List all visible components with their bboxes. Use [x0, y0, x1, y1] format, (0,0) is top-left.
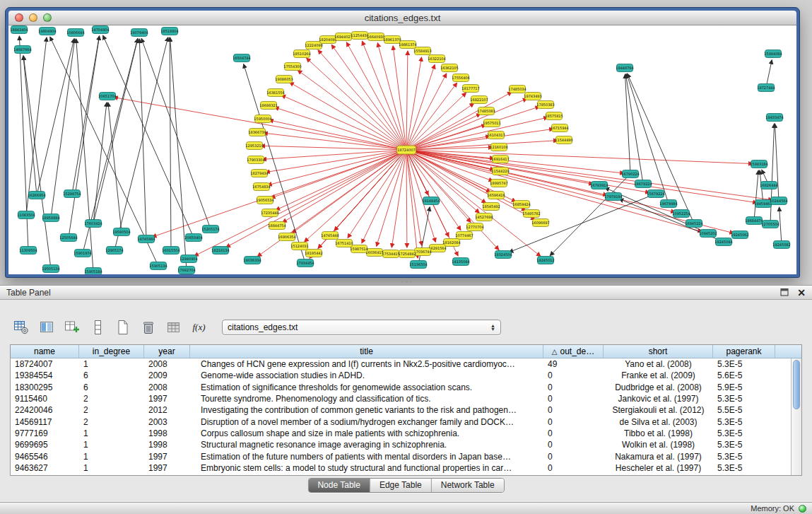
graph-node[interactable]: 19245062: [731, 231, 748, 239]
citation-edge-red[interactable]: [268, 150, 406, 185]
graph-node[interactable]: 15905184: [84, 268, 102, 275]
graph-node[interactable]: 12905174: [105, 247, 123, 255]
graph-node[interactable]: 17603424: [84, 220, 102, 228]
graph-node[interactable]: 20650404: [184, 234, 202, 242]
table-cell[interactable]: 2: [79, 405, 144, 415]
table-cell[interactable]: 18724007: [11, 359, 79, 369]
vertical-scrollbar[interactable]: [791, 358, 801, 475]
table-cell[interactable]: 1997: [144, 394, 190, 404]
graph-node[interactable]: 15950004: [254, 115, 271, 123]
table-row[interactable]: 969969511998Structural magnetic resonanc…: [11, 439, 791, 450]
table-cell[interactable]: Stergiakouli et al. (2012): [604, 405, 713, 415]
graph-node[interactable]: 16266954: [28, 192, 45, 199]
graph-node[interactable]: 16362105: [440, 64, 458, 72]
graph-node[interactable]: 19056534: [256, 197, 273, 204]
graph-node[interactable]: 19590504: [112, 228, 130, 236]
graph-node[interactable]: 19448794: [616, 64, 633, 72]
table-row[interactable]: 1830029562008Estimation of significance …: [11, 382, 791, 393]
table-cell[interactable]: 2009: [144, 370, 190, 380]
citation-edge-black[interactable]: [93, 103, 107, 223]
table-cell[interactable]: 9699695: [11, 440, 79, 450]
graph-node[interactable]: 16381556: [266, 89, 284, 97]
citation-edge-black[interactable]: [139, 39, 146, 239]
table-row[interactable]: 1456911722003Disruption of a novel membe…: [11, 416, 791, 427]
graph-node[interactable]: 16826444: [760, 182, 777, 189]
table-row[interactable]: 911546021997Tourette syndrome. Phenomeno…: [11, 393, 791, 404]
graph-node[interactable]: 19324504: [494, 251, 512, 259]
citation-edge-red[interactable]: [226, 150, 406, 247]
table-cell[interactable]: 1997: [144, 463, 190, 473]
graph-node[interactable]: 15905134: [149, 262, 167, 270]
graph-node[interactable]: 19086053: [275, 76, 293, 83]
graph-node[interactable]: 16504744: [233, 54, 250, 62]
table-mode-icon[interactable]: [11, 318, 30, 337]
graph-node[interactable]: 17036744: [413, 248, 431, 256]
graph-node[interactable]: 17934454: [296, 259, 314, 267]
graph-node[interactable]: 14687664: [13, 46, 31, 54]
graph-node[interactable]: 19245082: [772, 241, 790, 249]
graph-node[interactable]: 19743493: [524, 93, 541, 100]
graph-node[interactable]: 16715944: [551, 124, 568, 132]
citation-edge-red[interactable]: [261, 146, 406, 150]
citation-edge-red[interactable]: [406, 51, 408, 150]
column-header-out_de[interactable]: △out_de…: [543, 345, 604, 358]
graph-node[interactable]: 16916417: [491, 156, 509, 163]
citation-edge-red[interactable]: [406, 150, 649, 192]
citation-edge-black[interactable]: [170, 37, 171, 250]
graph-node[interactable]: 19575011: [483, 119, 500, 127]
minimize-window-button[interactable]: [29, 13, 37, 22]
graph-node[interactable]: 18958884: [42, 214, 59, 222]
citation-edge-black[interactable]: [37, 39, 74, 195]
graph-node[interactable]: 19505134: [42, 265, 59, 273]
graph-node[interactable]: 19433474: [765, 114, 783, 122]
table-cell[interactable]: 14569117: [11, 417, 79, 427]
table-cell[interactable]: 5.3E-5: [713, 440, 775, 450]
window-titlebar[interactable]: citations_edges.txt: [8, 11, 796, 25]
graph-node[interactable]: 19679984: [659, 200, 677, 208]
tab-edge-table[interactable]: Edge Table: [370, 479, 432, 492]
graph-node[interactable]: 18279434: [250, 170, 268, 177]
graph-node[interactable]: 10952254: [672, 210, 690, 218]
graph-node[interactable]: 16096697: [531, 219, 549, 227]
table-cell[interactable]: 18300295: [11, 382, 79, 392]
citation-edge-red[interactable]: [406, 103, 474, 150]
citation-edge-red[interactable]: [406, 150, 499, 250]
graph-node[interactable]: 19727444: [757, 84, 775, 92]
graph-node[interactable]: 15987514: [350, 245, 367, 253]
citation-edge-black[interactable]: [103, 35, 194, 238]
graph-node[interactable]: 14527698: [475, 214, 493, 221]
table-cell[interactable]: 5.3E-5: [713, 359, 775, 369]
graph-node[interactable]: 18218134: [211, 247, 229, 255]
graph-node[interactable]: 18204098: [319, 36, 336, 44]
graph-node[interactable]: 18698321: [259, 102, 277, 110]
column-header-in_degree[interactable]: in_degree: [79, 345, 144, 358]
graph-node[interactable]: 17485034: [508, 86, 526, 93]
graph-node[interactable]: 11544229: [491, 168, 509, 175]
graph-node[interactable]: 17235448: [261, 209, 278, 217]
graph-node[interactable]: 15205174: [201, 226, 219, 233]
graph-node[interactable]: 10774467: [455, 232, 473, 240]
graph-node[interactable]: 15124031: [290, 243, 308, 250]
citation-edge-red[interactable]: [262, 150, 406, 159]
graph-node[interactable]: 18575815: [545, 112, 563, 120]
table-row[interactable]: 1872400712008Changes of HCN gene express…: [11, 358, 791, 370]
table-row[interactable]: 977716911998Corpus callosum shape and si…: [11, 428, 791, 439]
edit-columns-icon[interactable]: [62, 318, 81, 337]
graph-node[interactable]: 20651704: [98, 93, 116, 100]
citation-edge-red[interactable]: [406, 150, 535, 220]
graph-node[interactable]: 11254438: [351, 32, 368, 40]
column-header-year[interactable]: year: [144, 345, 190, 358]
scrollbar-thumb[interactable]: [793, 360, 800, 409]
table-row[interactable]: 946554611997Estimation of the future num…: [11, 450, 791, 462]
graph-node[interactable]: 16945224: [685, 220, 702, 228]
graph-node[interactable]: 10806644: [66, 29, 84, 37]
graph-node[interactable]: 19036334: [243, 257, 261, 264]
table-cell[interactable]: 6: [79, 382, 144, 392]
table-cell[interactable]: 0: [543, 370, 604, 380]
table-cell[interactable]: Tibbo et al. (1998): [604, 428, 713, 438]
citation-edge-red[interactable]: [310, 150, 406, 258]
table-cell[interactable]: 1998: [144, 428, 190, 438]
graph-node[interactable]: 16793914: [590, 182, 608, 189]
citation-edge-black[interactable]: [770, 124, 775, 224]
table-cell[interactable]: 1: [79, 440, 144, 450]
